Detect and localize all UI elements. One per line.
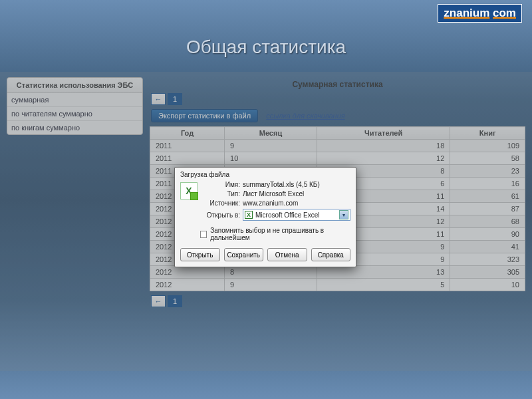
remember-row[interactable]: Запомнить выбор и не спрашивать в дальне… xyxy=(175,225,356,245)
remember-label: Запомнить выбор и не спрашивать в дальне… xyxy=(210,227,350,241)
open-in-select[interactable]: X Microsoft Office Excel ▾ xyxy=(243,209,350,221)
excel-file-icon xyxy=(180,182,198,200)
remember-checkbox[interactable] xyxy=(200,231,207,238)
label-open-in: Открыть в: xyxy=(203,211,240,219)
cancel-button[interactable]: Отмена xyxy=(267,248,307,261)
dialog-title: Загрузка файла xyxy=(175,168,356,180)
logo: znanium com xyxy=(438,4,522,23)
label-source: Источник: xyxy=(203,200,240,207)
label-name: Имя: xyxy=(203,181,240,188)
value-type: Лист Microsoft Excel xyxy=(243,190,350,198)
chevron-down-icon: ▾ xyxy=(339,210,348,219)
page-title: Общая статистика xyxy=(0,37,532,58)
value-source: www.znanium.com xyxy=(243,200,350,207)
save-button[interactable]: Сохранить xyxy=(224,248,264,261)
open-in-value: Microsoft Office Excel xyxy=(255,211,339,219)
download-dialog: Загрузка файла Имя: summaryTotal.xls (4,… xyxy=(174,167,356,267)
value-name: summaryTotal.xls (4,5 КБ) xyxy=(243,181,350,188)
open-button[interactable]: Открыть xyxy=(180,248,220,261)
label-type: Тип: xyxy=(203,190,240,198)
excel-icon: X xyxy=(245,211,253,219)
help-button[interactable]: Справка xyxy=(311,248,351,261)
